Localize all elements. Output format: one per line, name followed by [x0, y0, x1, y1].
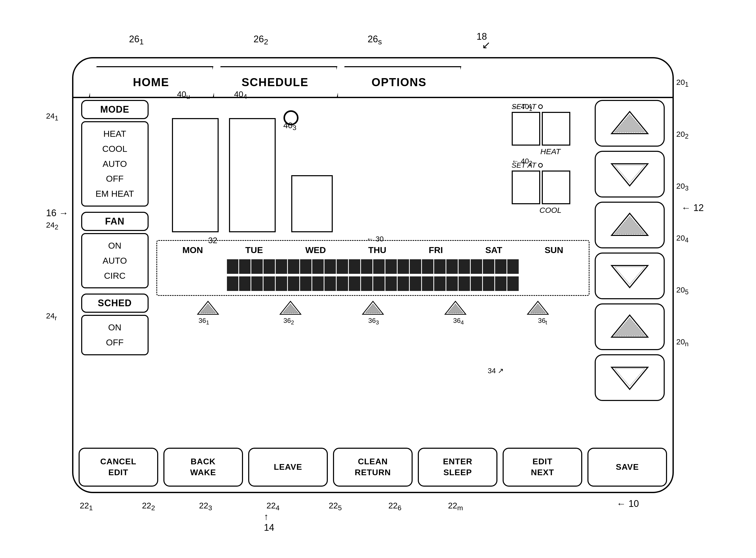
arrow-down-4[interactable]	[595, 253, 665, 299]
svg-marker-15	[614, 216, 645, 234]
fan-circ[interactable]: CIRC	[87, 268, 142, 283]
ref-22-4: 224	[267, 501, 279, 512]
pixel	[361, 276, 372, 291]
pixel	[336, 259, 348, 274]
ref-10: ← 10	[617, 498, 639, 509]
right-panel	[595, 100, 667, 401]
ref-20-1: 201	[676, 78, 688, 88]
tri-btn-5[interactable]	[526, 300, 549, 316]
mode-em-heat[interactable]: EM HEAT	[87, 186, 142, 201]
tab-schedule[interactable]: SCHEDULE	[213, 66, 338, 97]
cool-temp-box-1	[512, 171, 540, 204]
schedule-pixels-row-2	[161, 276, 585, 291]
pixel	[459, 276, 470, 291]
sched-button[interactable]: SCHED	[81, 294, 148, 313]
cancel-edit-button[interactable]: CANCELEDIT	[79, 448, 158, 487]
fan-auto[interactable]: AUTO	[87, 253, 142, 268]
heat-temp-box-2	[542, 112, 570, 146]
pixel	[385, 276, 397, 291]
pixel	[336, 276, 348, 291]
sched-on[interactable]: ON	[87, 320, 142, 335]
sched-options: ON OFF	[81, 315, 148, 355]
day-mon: MON	[182, 245, 203, 255]
pixel	[507, 259, 519, 274]
mode-button[interactable]: MODE	[81, 100, 148, 119]
ref-36-1: 361	[199, 316, 209, 326]
triangle-buttons-row	[156, 300, 590, 316]
ref-24-1: 241	[46, 111, 58, 122]
mode-cool[interactable]: COOL	[87, 142, 142, 156]
day-sat: SAT	[485, 245, 502, 255]
main-area: 40u 404 403 32 SET AT HEAT	[156, 103, 590, 445]
ref-22-2: 222	[142, 501, 155, 512]
arrow-down-2[interactable]	[595, 151, 665, 198]
edit-next-button[interactable]: EDITNEXT	[503, 448, 582, 487]
ref-26-s: 26s	[368, 34, 382, 46]
ref-40-1-arrow: ← 401	[512, 103, 533, 112]
fan-button[interactable]: FAN	[81, 212, 148, 231]
day-tue: TUE	[245, 245, 263, 255]
ref-40-4-label: 404	[234, 90, 247, 101]
save-button[interactable]: SAVE	[588, 448, 667, 487]
tab-divider	[73, 97, 673, 98]
ref-22-3: 223	[199, 501, 212, 512]
fan-options: ON AUTO CIRC	[81, 233, 148, 288]
bottom-buttons: CANCELEDIT BACKWAKE LEAVE CLEANRETURN EN…	[79, 448, 667, 487]
mode-heat[interactable]: HEAT	[87, 126, 142, 142]
svg-marker-19	[614, 318, 645, 336]
pixel	[459, 259, 470, 274]
cool-label: COOL	[512, 206, 590, 214]
tab-options[interactable]: OPTIONS	[337, 66, 461, 97]
ref-20-n: 20n	[676, 337, 688, 348]
enter-sleep-button[interactable]: ENTERSLEEP	[418, 448, 497, 487]
ref-22-5: 225	[329, 501, 342, 512]
arrow-up-5[interactable]	[595, 303, 665, 350]
arrow-up-1[interactable]	[595, 100, 665, 147]
ref-30: ← 30	[367, 235, 384, 243]
pixel	[434, 259, 446, 274]
tri-btn-2[interactable]	[279, 300, 302, 316]
tab-bar: HOME SCHEDULE OPTIONS	[73, 58, 673, 97]
ref-40-3-label: 403	[284, 121, 296, 132]
pixel	[483, 259, 494, 274]
cool-temp-display	[512, 171, 590, 204]
pixel	[483, 276, 494, 291]
ref-16: 16 →	[46, 208, 69, 219]
back-wake-button[interactable]: BACKWAKE	[163, 448, 243, 487]
arrow-down-6[interactable]	[595, 354, 665, 401]
pixel	[324, 276, 336, 291]
pixel	[264, 276, 275, 291]
fan-on[interactable]: ON	[87, 238, 142, 253]
cool-temp-box-2	[542, 171, 570, 204]
clean-return-button[interactable]: CLEANRETURN	[333, 448, 413, 487]
ref-36-3: 363	[368, 316, 379, 326]
pixel	[349, 259, 360, 274]
pixel	[398, 276, 409, 291]
pixel	[251, 259, 263, 274]
sched-off[interactable]: OFF	[87, 335, 142, 350]
svg-marker-13	[615, 165, 645, 183]
pixel	[276, 276, 287, 291]
schedule-pixels-row-1	[161, 259, 585, 274]
pixel	[471, 276, 482, 291]
tri-btn-3[interactable]	[361, 300, 385, 316]
arrow-up-3[interactable]	[595, 202, 665, 248]
ref-36-t: 36t	[538, 316, 547, 326]
mode-off[interactable]: OFF	[87, 171, 142, 186]
pixel	[361, 259, 372, 274]
tri-btn-4[interactable]	[444, 300, 467, 316]
ref-34: 34 ↗	[488, 366, 504, 375]
set-at-heat-circle	[538, 104, 543, 109]
ref-32-label: 32	[208, 236, 218, 245]
mode-options: HEAT COOL AUTO OFF EM HEAT	[81, 121, 148, 207]
pixel	[410, 276, 421, 291]
leave-button[interactable]: LEAVE	[248, 448, 328, 487]
ref-26-1: 261	[129, 34, 144, 46]
ref-arrow-18: ↙	[482, 39, 491, 51]
tri-btn-1[interactable]	[196, 300, 220, 316]
mode-auto[interactable]: AUTO	[87, 156, 142, 172]
pixel	[446, 259, 458, 274]
pixel	[251, 276, 263, 291]
day-sun: SUN	[545, 245, 563, 255]
tab-home[interactable]: HOME	[89, 66, 213, 97]
